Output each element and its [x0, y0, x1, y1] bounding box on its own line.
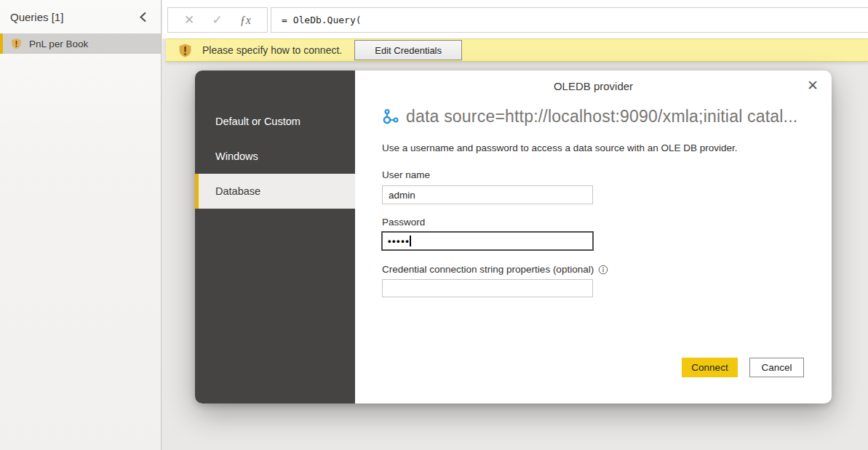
cancel-button[interactable]: Cancel — [749, 358, 804, 377]
queries-pane-title: Queries [1] — [10, 11, 63, 23]
query-warning-shield-icon — [11, 38, 22, 49]
nav-item-default-or-custom[interactable]: Default or Custom — [195, 104, 355, 139]
password-input[interactable]: ••••• — [381, 231, 594, 251]
dialog-close-icon[interactable]: ✕ — [805, 77, 820, 94]
credential-props-input[interactable] — [382, 279, 593, 297]
nav-item-database[interactable]: Database — [195, 174, 355, 209]
formula-text: = OleDb.Query( — [282, 15, 362, 25]
username-label: User name — [382, 169, 430, 180]
dialog-buttons: Connect Cancel — [682, 358, 804, 377]
edit-credentials-button[interactable]: Edit Credentials — [354, 40, 462, 60]
nav-item-label: Default or Custom — [215, 116, 300, 127]
credential-props-label: Credential connection string properties … — [382, 264, 608, 275]
username-input[interactable] — [382, 185, 593, 204]
dialog-content: OLEDB provider ✕ data source=http://loca… — [355, 71, 832, 403]
queries-pane: Queries [1] PnL per Book — [0, 0, 162, 450]
warning-shield-icon — [178, 42, 192, 59]
password-masked-value: ••••• — [388, 236, 410, 246]
collapse-pane-button[interactable] — [135, 9, 151, 25]
banner-message: Please specify how to connect. — [202, 44, 342, 56]
credentials-warning-banner: Please specify how to connect. Edit Cred… — [166, 39, 868, 62]
query-item-label: PnL per Book — [29, 39, 88, 49]
info-icon[interactable] — [598, 265, 608, 275]
chevron-left-icon — [139, 12, 147, 23]
add-function-fx-icon[interactable]: ƒx — [240, 14, 251, 27]
datasource-nodes-icon — [381, 109, 399, 125]
text-cursor — [410, 236, 411, 246]
query-item-pnl-per-book[interactable]: PnL per Book — [0, 33, 161, 54]
discard-formula-icon[interactable]: ✕ — [184, 14, 194, 26]
formula-bar-actions: ✕ ✓ ƒx — [167, 7, 268, 33]
selected-query-accent-bar — [0, 33, 3, 54]
nav-item-label: Database — [215, 185, 260, 197]
credential-props-label-text: Credential connection string properties … — [382, 264, 594, 275]
dialog-description: Use a username and password to access a … — [382, 142, 738, 153]
dialog-title: OLEDB provider — [355, 80, 832, 92]
datasource-heading-text: data source=http://localhost:9090/xmla;i… — [406, 107, 797, 126]
datasource-heading: data source=http://localhost:9090/xmla;i… — [381, 107, 820, 126]
commit-formula-icon[interactable]: ✓ — [212, 14, 222, 26]
oledb-provider-dialog: Default or Custom Windows Database OLEDB… — [195, 71, 832, 403]
queries-pane-header: Queries [1] — [0, 0, 161, 33]
formula-bar-input[interactable]: = OleDb.Query( — [271, 7, 868, 33]
nav-item-windows[interactable]: Windows — [195, 139, 355, 174]
connect-button[interactable]: Connect — [682, 358, 738, 377]
password-label: Password — [382, 217, 425, 228]
nav-item-label: Windows — [215, 150, 258, 162]
dialog-auth-nav: Default or Custom Windows Database — [195, 71, 355, 403]
